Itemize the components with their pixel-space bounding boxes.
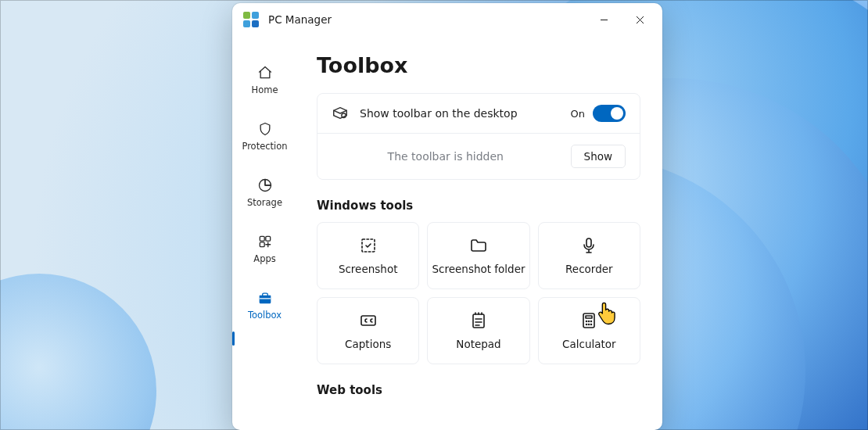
shield-icon	[256, 120, 274, 138]
svg-rect-3	[260, 236, 264, 241]
svg-point-19	[591, 324, 592, 325]
microphone-icon	[579, 236, 598, 255]
tool-label: Recorder	[565, 263, 613, 275]
toolbar-card: Show toolbar on the desktop On The toolb…	[317, 93, 640, 180]
svg-rect-4	[265, 236, 270, 241]
sidebar-item-storage[interactable]: Storage	[237, 172, 293, 213]
sidebar-item-protection[interactable]: Protection	[237, 116, 293, 156]
titlebar[interactable]: PC Manager	[232, 3, 662, 36]
active-indicator	[232, 331, 235, 346]
toolbar-hidden-text: The toolbar is hidden	[332, 150, 560, 163]
sidebar-item-label: Toolbox	[248, 310, 282, 321]
show-toolbar-button[interactable]: Show	[571, 145, 626, 168]
sidebar-item-toolbox[interactable]: Toolbox	[237, 285, 293, 325]
tool-label: Captions	[345, 338, 391, 350]
sidebar: Home Protection Storage Apps Toolbox	[232, 36, 298, 430]
sidebar-item-label: Storage	[247, 197, 282, 208]
sidebar-item-apps[interactable]: Apps	[237, 228, 293, 269]
section-title-windows-tools: Windows tools	[317, 199, 640, 213]
calculator-icon	[579, 311, 598, 330]
app-logo-icon	[243, 12, 259, 27]
pc-manager-window: PC Manager Home Protection Storage Apps	[232, 3, 662, 430]
tool-label: Calculator	[562, 338, 616, 350]
sidebar-item-label: Apps	[253, 253, 275, 264]
svg-point-17	[586, 324, 587, 325]
app-title: PC Manager	[268, 13, 586, 26]
toolbar-icon	[332, 105, 349, 122]
tool-calculator[interactable]: Calculator	[538, 297, 640, 364]
tool-screenshot-folder[interactable]: Screenshot folder	[427, 222, 529, 289]
minimize-button[interactable]	[586, 6, 622, 33]
svg-rect-9	[586, 238, 591, 247]
sidebar-item-label: Home	[252, 84, 278, 95]
captions-icon	[359, 311, 378, 330]
svg-point-18	[589, 324, 590, 325]
toolbar-hidden-row: The toolbar is hidden Show	[317, 133, 640, 179]
toolbox-icon	[256, 289, 274, 306]
toolbar-toggle[interactable]	[593, 105, 626, 122]
apps-icon	[256, 233, 274, 250]
home-icon	[256, 64, 274, 81]
sidebar-item-label: Protection	[242, 141, 287, 152]
tool-notepad[interactable]: Notepad	[427, 297, 529, 364]
svg-point-15	[589, 321, 590, 322]
toolbar-toggle-row: Show toolbar on the desktop On	[317, 94, 640, 133]
page-title: Toolbox	[317, 53, 640, 77]
section-title-web-tools: Web tools	[317, 383, 640, 397]
tool-label: Notepad	[456, 338, 500, 350]
svg-point-14	[586, 321, 587, 322]
tool-captions[interactable]: Captions	[317, 297, 419, 364]
svg-point-16	[591, 321, 592, 322]
notepad-icon	[469, 311, 488, 330]
windows-tools-grid: Screenshot Screenshot folder Recorder Ca…	[317, 222, 640, 364]
svg-rect-5	[260, 242, 264, 247]
screenshot-icon	[359, 236, 378, 255]
sidebar-item-home[interactable]: Home	[237, 59, 293, 100]
tool-label: Screenshot folder	[432, 263, 525, 275]
tool-recorder[interactable]: Recorder	[538, 222, 640, 289]
toolbar-label: Show toolbar on the desktop	[360, 107, 560, 120]
close-button[interactable]	[622, 6, 658, 33]
svg-rect-10	[361, 316, 375, 325]
tool-screenshot[interactable]: Screenshot	[317, 222, 419, 289]
main-content: Toolbox Show toolbar on the desktop On T…	[298, 36, 662, 430]
tool-label: Screenshot	[339, 263, 398, 275]
toggle-state-label: On	[571, 108, 585, 120]
folder-icon	[469, 236, 488, 255]
svg-rect-13	[586, 316, 592, 318]
pie-chart-icon	[256, 177, 274, 194]
